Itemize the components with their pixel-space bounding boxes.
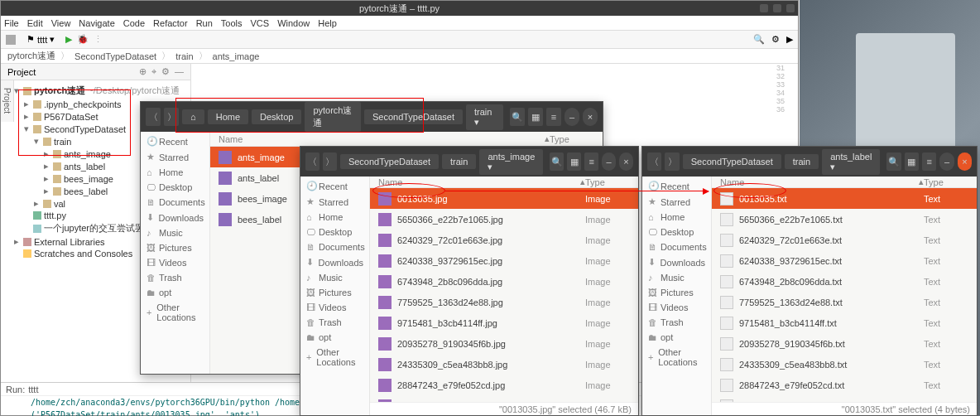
list-row[interactable]: 20935278_9190345f6b.txtText bbox=[712, 333, 977, 354]
list-row[interactable]: 6240338_93729615ec.txtText bbox=[712, 250, 977, 271]
close-icon[interactable]: – bbox=[564, 108, 579, 126]
grid-icon[interactable]: ▦ bbox=[567, 152, 581, 171]
fm3-crumb[interactable]: train bbox=[785, 154, 819, 169]
close-icon[interactable]: × bbox=[619, 152, 633, 171]
col-type[interactable]: Type bbox=[924, 177, 968, 187]
list-row[interactable]: 9715481_b3cb4114ff.jpgImage bbox=[370, 312, 638, 333]
close-icon[interactable]: – bbox=[939, 152, 954, 171]
sidebar-item[interactable]: 🗎Documents bbox=[300, 239, 369, 254]
back-button[interactable]: 〈 bbox=[305, 152, 319, 171]
list-row[interactable]: 28847243_e79fe052cd.jpgImage bbox=[370, 375, 638, 395]
col-type[interactable]: Type bbox=[550, 134, 594, 144]
list-row[interactable]: 24335309_c5ea483bb8.txtText bbox=[712, 354, 977, 375]
crumb[interactable]: pytorch速通 bbox=[7, 50, 55, 62]
tree-item[interactable]: P567DataSet bbox=[44, 112, 98, 122]
list-row[interactable]: 24335309_c5ea483bb8.jpgImage bbox=[370, 354, 638, 375]
fwd-button[interactable]: 〉 bbox=[323, 152, 337, 171]
collapse-icon[interactable]: ⊕ bbox=[139, 66, 147, 77]
fm1-home-icon[interactable]: ⌂ bbox=[182, 109, 204, 124]
sidebar-item[interactable]: +Other Locations bbox=[141, 300, 209, 325]
menu-code[interactable]: Code bbox=[123, 18, 145, 28]
menu-refactor[interactable]: Refactor bbox=[153, 18, 188, 28]
tree-item[interactable]: Scratches and Consoles bbox=[34, 249, 132, 259]
list-row[interactable]: 6240329_72c01e663e.txtText bbox=[712, 230, 977, 250]
fm1-crumb[interactable]: SecondTypeDataset bbox=[364, 109, 463, 124]
notif-icon[interactable]: ▶ bbox=[786, 34, 793, 45]
maximize-icon[interactable] bbox=[773, 4, 781, 12]
grid-icon[interactable]: ▦ bbox=[528, 108, 543, 126]
sidebar-item[interactable]: 🎞Videos bbox=[141, 255, 209, 270]
hammer-icon[interactable] bbox=[6, 35, 16, 45]
sidebar-item[interactable]: 🗎Documents bbox=[141, 195, 209, 210]
sidebar-item[interactable]: 🕘Recent bbox=[642, 178, 711, 194]
tree-item[interactable]: bees_image bbox=[64, 174, 113, 184]
close-icon[interactable]: – bbox=[602, 152, 616, 171]
search-icon[interactable]: 🔍 bbox=[753, 34, 765, 45]
sidebar-item[interactable]: 🖿opt bbox=[141, 285, 209, 300]
menu-vcs[interactable]: VCS bbox=[251, 18, 270, 28]
menu-icon[interactable]: ≡ bbox=[584, 152, 598, 171]
sidebar-item[interactable]: ★Starred bbox=[300, 194, 369, 210]
opts-icon[interactable]: ⚙ bbox=[161, 66, 170, 77]
search-icon[interactable]: 🔍 bbox=[550, 152, 564, 171]
tree-item[interactable]: ants_image bbox=[64, 149, 111, 159]
list-row[interactable]: 9715481_b3cb4114ff.txtText bbox=[712, 312, 977, 333]
sidebar-item[interactable]: 🕘Recent bbox=[141, 133, 209, 149]
sidebar-item[interactable]: ⬇Downloads bbox=[141, 210, 209, 225]
sidebar-item[interactable]: 🗑Trash bbox=[642, 315, 711, 330]
tree-item[interactable]: bees_label bbox=[64, 186, 108, 196]
sidebar-item[interactable]: ⌂Home bbox=[300, 210, 369, 225]
menu-icon[interactable]: ≡ bbox=[546, 108, 561, 126]
col-type[interactable]: Type bbox=[585, 177, 630, 187]
tree-item[interactable]: ants_label bbox=[64, 162, 105, 172]
menu-tools[interactable]: Tools bbox=[221, 18, 243, 28]
sidebar-item[interactable]: ⬇Downloads bbox=[300, 254, 369, 270]
sidebar-item[interactable]: 🖵Desktop bbox=[300, 225, 369, 239]
close-icon[interactable]: × bbox=[958, 152, 972, 171]
menu-run[interactable]: Run bbox=[196, 18, 213, 28]
search-icon[interactable]: 🔍 bbox=[886, 152, 901, 171]
settings-icon[interactable]: ⚙ bbox=[771, 34, 780, 45]
menu-icon[interactable]: ≡ bbox=[922, 152, 936, 171]
sidebar-item[interactable]: ⌂Home bbox=[642, 210, 711, 225]
list-row[interactable]: 7759525_1363d24e88.txtText bbox=[712, 292, 977, 312]
back-button[interactable]: 〈 bbox=[146, 108, 161, 126]
tree-item[interactable]: External Libraries bbox=[34, 237, 105, 247]
sidebar-item[interactable]: 🖵Desktop bbox=[141, 180, 209, 195]
sidebar-item[interactable]: ♪Music bbox=[141, 225, 209, 240]
close-icon[interactable] bbox=[786, 4, 795, 12]
search-icon[interactable]: 🔍 bbox=[510, 108, 525, 126]
sidebar-item[interactable]: 🗑Trash bbox=[300, 315, 369, 330]
fm2-crumb[interactable]: ants_image ▾ bbox=[479, 149, 543, 175]
sidebar-item[interactable]: 🖿opt bbox=[642, 330, 711, 345]
project-sidetab[interactable]: Project bbox=[1, 80, 14, 122]
sidebar-item[interactable]: 🖼Pictures bbox=[141, 240, 209, 255]
close-icon[interactable]: × bbox=[583, 108, 598, 126]
run-config-select[interactable]: ⚑ tttt ▾ bbox=[21, 32, 60, 46]
fm2-crumb[interactable]: train bbox=[442, 154, 476, 169]
menu-view[interactable]: View bbox=[51, 18, 71, 28]
sidebar-item[interactable]: ★Starred bbox=[642, 194, 711, 210]
crumb[interactable]: train bbox=[175, 51, 193, 61]
menu-edit[interactable]: Edit bbox=[27, 18, 43, 28]
menu-window[interactable]: Window bbox=[277, 18, 310, 28]
hide-icon[interactable]: — bbox=[175, 66, 184, 77]
sidebar-item[interactable]: 🗎Documents bbox=[642, 239, 711, 254]
grid-icon[interactable]: ▦ bbox=[905, 152, 919, 171]
tree-item[interactable]: .ipynb_checkpoints bbox=[44, 99, 122, 109]
sidebar-item[interactable]: 🗑Trash bbox=[141, 270, 209, 285]
sidebar-item[interactable]: 🕘Recent bbox=[300, 178, 369, 194]
list-row[interactable]: 7759525_1363d24e88.jpgImage bbox=[370, 292, 638, 312]
crumb[interactable]: ants_image bbox=[213, 51, 260, 61]
sidebar-item[interactable]: ⌂Home bbox=[141, 165, 209, 180]
sidebar-item[interactable]: 🎞Videos bbox=[642, 300, 711, 315]
sidebar-item[interactable]: 🖼Pictures bbox=[642, 285, 711, 300]
fwd-button[interactable]: 〉 bbox=[164, 108, 179, 126]
fm1-crumb[interactable]: train ▾ bbox=[466, 104, 503, 130]
list-row[interactable]: 6240338_93729615ec.jpgImage bbox=[370, 250, 638, 271]
list-row[interactable]: 6240329_72c01e663e.jpgImage bbox=[370, 230, 638, 250]
fwd-button[interactable]: 〉 bbox=[665, 152, 679, 171]
sidebar-item[interactable]: ★Starred bbox=[141, 149, 209, 165]
debug-button[interactable]: 🐞 bbox=[77, 34, 89, 45]
col-name[interactable]: Name bbox=[219, 134, 545, 144]
